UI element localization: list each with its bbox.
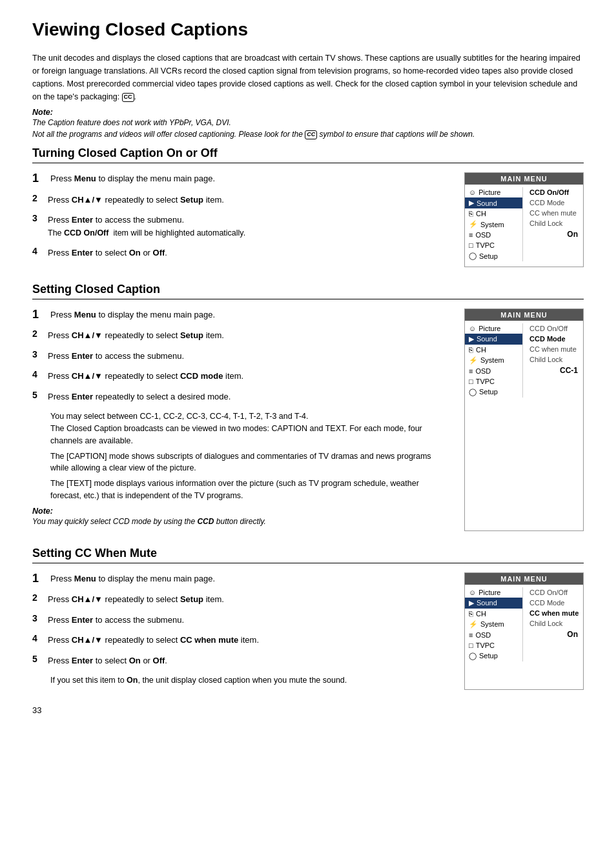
- step-2-5: 5 Press Enter repeatedly to select a des…: [32, 390, 451, 403]
- note-line-1: The Caption feature does not work with Y…: [32, 118, 231, 127]
- ch-icon: ⎘: [469, 346, 473, 354]
- menu-right-ccd-mode[interactable]: CCD Mode: [526, 197, 583, 208]
- section2-steps: 1 Press Menu to display the menu main pa…: [32, 308, 451, 531]
- step-num: 5: [32, 390, 48, 401]
- menu-item-ch[interactable]: ⎘ CH: [465, 208, 522, 219]
- menu-item-ch[interactable]: ⎘ CH: [465, 345, 522, 355]
- section2-note: Note: You may quickly select CCD mode by…: [32, 506, 451, 527]
- step-2-2: 2 Press CH▲/▼ repeatedly to select Setup…: [32, 329, 451, 342]
- osd-icon: ≡: [469, 631, 473, 639]
- section2-body-3: The [CAPTION] mode shows subscripts of d…: [50, 450, 451, 475]
- menu-right-cc-mute[interactable]: CC when mute: [526, 208, 583, 218]
- step-text: Press Menu to display the menu main page…: [50, 572, 451, 585]
- menu-item-setup[interactable]: ◯ Setup: [465, 387, 522, 398]
- page-number: 33: [32, 705, 584, 715]
- step-num: 3: [32, 213, 48, 224]
- menu-right-ccd-onoff[interactable]: CCD On/Off: [526, 587, 583, 598]
- menu-right-ccd-onoff[interactable]: CCD On/Off: [526, 187, 583, 197]
- step-1-1: 1 Press Menu to display the menu main pa…: [32, 172, 451, 186]
- section1-title: Turning Closed Caption On or Off: [32, 146, 584, 163]
- step-text: Press Enter to access the submenu.: [48, 614, 451, 627]
- menu-item-label: TVPC: [476, 641, 495, 649]
- menu-item-label: CH: [476, 210, 486, 217]
- menu-item-setup[interactable]: ◯ Setup: [465, 651, 522, 661]
- menu-item-sound[interactable]: ▶ Sound: [465, 598, 522, 609]
- picture-icon: ☺: [469, 188, 476, 196]
- menu-item-label: TVPC: [476, 378, 495, 385]
- menu-item-system[interactable]: ⚡ System: [465, 219, 522, 230]
- menu-item-label: Setup: [479, 252, 498, 260]
- step-text: Press Enter to select On or Off.: [48, 247, 451, 259]
- section2-body-1: You may select between CC-1, CC-2, CC-3,…: [50, 410, 451, 423]
- system-icon: ⚡: [469, 620, 478, 629]
- menu-item-label: Sound: [477, 335, 497, 343]
- menu-right-cc-mute[interactable]: CC when mute: [526, 608, 583, 618]
- step-text: Press Menu to display the menu main page…: [50, 172, 451, 185]
- step-1-2: 2 Press CH▲/▼ repeatedly to select Setup…: [32, 194, 451, 207]
- sound-icon: ▶: [469, 335, 474, 343]
- menu-right-child-lock[interactable]: Child Lock: [526, 218, 583, 228]
- menu-item-osd[interactable]: ≡ OSD: [465, 630, 522, 640]
- setup-icon: ◯: [469, 252, 477, 260]
- menu-item-label: System: [480, 356, 504, 364]
- menu-item-label: TVPC: [476, 241, 495, 249]
- menu-item-label: System: [480, 620, 504, 628]
- step-text: Press CH▲/▼ repeatedly to select Setup i…: [48, 593, 451, 606]
- menu-item-sound[interactable]: ▶ Sound: [465, 197, 522, 208]
- menu-right-child-lock[interactable]: Child Lock: [526, 354, 583, 365]
- step-subtext: The CCD On/Off item will be highlighted …: [48, 228, 245, 237]
- step-2-1: 1 Press Menu to display the menu main pa…: [32, 308, 451, 322]
- menu-item-setup[interactable]: ◯ Setup: [465, 250, 522, 261]
- menu-item-sound[interactable]: ▶ Sound: [465, 334, 522, 345]
- step-3-1: 1 Press Menu to display the menu main pa…: [32, 572, 451, 586]
- step-num: 1: [32, 572, 50, 586]
- sound-icon: ▶: [469, 599, 474, 607]
- step-num: 5: [32, 654, 48, 665]
- osd-icon: ≡: [469, 367, 473, 375]
- step-2-4: 4 Press CH▲/▼ repeatedly to select CCD m…: [32, 370, 451, 383]
- step-1-4: 4 Press Enter to select On or Off.: [32, 247, 451, 259]
- menu-right-ccd-onoff[interactable]: CCD On/Off: [526, 323, 583, 334]
- tvpc-icon: □: [469, 241, 473, 249]
- step-text: Press Menu to display the menu main page…: [50, 308, 451, 321]
- menu-header: MAIN MENU: [465, 573, 583, 585]
- step-num: 1: [32, 308, 50, 322]
- menu-right-child-lock[interactable]: Child Lock: [526, 618, 583, 629]
- menu-panel-1: MAIN MENU ☺ Picture ▶ Sound ⎘ CH ⚡ Syste…: [464, 172, 584, 267]
- menu-value-2: CC-1: [526, 365, 583, 378]
- step-3-2: 2 Press CH▲/▼ repeatedly to select Setup…: [32, 593, 451, 606]
- menu-item-tvpc[interactable]: □ TVPC: [465, 640, 522, 651]
- section1-content: 1 Press Menu to display the menu main pa…: [32, 172, 584, 267]
- ch-icon: ⎘: [469, 210, 473, 217]
- menu-item-label: Sound: [477, 599, 497, 607]
- cc-symbol-note: CC: [305, 130, 317, 139]
- menu-item-picture[interactable]: ☺ Picture: [465, 587, 522, 598]
- menu-item-tvpc[interactable]: □ TVPC: [465, 376, 522, 387]
- menu-item-picture[interactable]: ☺ Picture: [465, 323, 522, 334]
- menu-item-osd[interactable]: ≡ OSD: [465, 230, 522, 240]
- menu-item-label: CH: [476, 610, 486, 618]
- picture-icon: ☺: [469, 589, 476, 596]
- step-num: 1: [32, 172, 50, 186]
- menu-item-system[interactable]: ⚡ System: [465, 355, 522, 366]
- picture-icon: ☺: [469, 325, 476, 332]
- menu-item-label: Picture: [478, 188, 500, 196]
- menu-right-ccd-mode[interactable]: CCD Mode: [526, 334, 583, 344]
- step-num: 4: [32, 246, 48, 257]
- system-icon: ⚡: [469, 356, 478, 365]
- menu-left: ☺ Picture ▶ Sound ⎘ CH ⚡ System ≡ OSD: [465, 187, 523, 261]
- menu-right-cc-mute[interactable]: CC when mute: [526, 344, 583, 354]
- setup-icon: ◯: [469, 388, 477, 396]
- menu-item-ch[interactable]: ⎘ CH: [465, 609, 522, 619]
- step-text: Press CH▲/▼ repeatedly to select Setup i…: [48, 194, 451, 207]
- menu-item-picture[interactable]: ☺ Picture: [465, 187, 522, 197]
- menu-body: ☺ Picture ▶ Sound ⎘ CH ⚡ System ≡ OSD: [465, 321, 583, 400]
- section2-title: Setting Closed Caption: [32, 283, 584, 299]
- menu-item-tvpc[interactable]: □ TVPC: [465, 240, 522, 250]
- menu-item-system[interactable]: ⚡ System: [465, 619, 522, 630]
- step-num: 4: [32, 369, 48, 380]
- menu-right: CCD On/Off CCD Mode CC when mute Child L…: [523, 323, 583, 398]
- step-3-3: 3 Press Enter to access the submenu.: [32, 614, 451, 627]
- menu-right-ccd-mode[interactable]: CCD Mode: [526, 598, 583, 608]
- menu-item-osd[interactable]: ≡ OSD: [465, 366, 522, 376]
